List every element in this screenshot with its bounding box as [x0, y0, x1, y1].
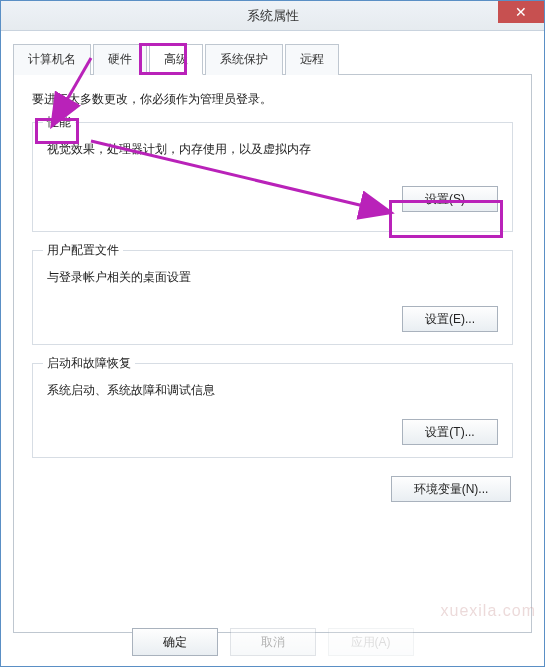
- dialog-buttons: 确定 取消 应用(A): [1, 628, 544, 656]
- startup-settings-button[interactable]: 设置(T)...: [402, 419, 498, 445]
- tab-advanced-panel: 要进行大多数更改，你必须作为管理员登录。 性能 视觉效果，处理器计划，内存使用，…: [13, 75, 532, 633]
- performance-settings-button[interactable]: 设置(S)...: [402, 186, 498, 212]
- titlebar: 系统属性 ✕: [1, 1, 544, 31]
- window-title: 系统属性: [247, 7, 299, 25]
- cancel-button[interactable]: 取消: [230, 628, 316, 656]
- group-user-profiles-legend: 用户配置文件: [43, 242, 123, 259]
- system-properties-window: 系统属性 ✕ 计算机名 硬件 高级 系统保护 远程 要进行大多数更改，你必须作为…: [0, 0, 545, 667]
- tab-strip: 计算机名 硬件 高级 系统保护 远程: [13, 43, 532, 75]
- close-button[interactable]: ✕: [498, 1, 544, 23]
- group-performance-btnrow: 设置(S)...: [47, 186, 498, 212]
- group-user-profiles-desc: 与登录帐户相关的桌面设置: [47, 269, 498, 286]
- tab-advanced[interactable]: 高级: [149, 44, 203, 75]
- admin-notice: 要进行大多数更改，你必须作为管理员登录。: [32, 91, 513, 108]
- group-startup-legend: 启动和故障恢复: [43, 355, 135, 372]
- group-startup: 启动和故障恢复 系统启动、系统故障和调试信息 设置(T)...: [32, 363, 513, 458]
- environment-variables-button[interactable]: 环境变量(N)...: [391, 476, 511, 502]
- group-performance-legend: 性能: [43, 114, 75, 131]
- client-area: 计算机名 硬件 高级 系统保护 远程 要进行大多数更改，你必须作为管理员登录。 …: [1, 31, 544, 643]
- user-profiles-settings-button[interactable]: 设置(E)...: [402, 306, 498, 332]
- group-performance-desc: 视觉效果，处理器计划，内存使用，以及虚拟内存: [47, 141, 498, 158]
- apply-button[interactable]: 应用(A): [328, 628, 414, 656]
- group-user-profiles: 用户配置文件 与登录帐户相关的桌面设置 设置(E)...: [32, 250, 513, 345]
- env-row: 环境变量(N)...: [32, 476, 513, 502]
- tab-computer-name[interactable]: 计算机名: [13, 44, 91, 75]
- close-icon: ✕: [515, 4, 527, 20]
- group-startup-btnrow: 设置(T)...: [47, 419, 498, 445]
- tab-remote[interactable]: 远程: [285, 44, 339, 75]
- tab-system-protection[interactable]: 系统保护: [205, 44, 283, 75]
- group-user-profiles-btnrow: 设置(E)...: [47, 306, 498, 332]
- tab-hardware[interactable]: 硬件: [93, 44, 147, 75]
- ok-button[interactable]: 确定: [132, 628, 218, 656]
- group-startup-desc: 系统启动、系统故障和调试信息: [47, 382, 498, 399]
- group-performance: 性能 视觉效果，处理器计划，内存使用，以及虚拟内存 设置(S)...: [32, 122, 513, 232]
